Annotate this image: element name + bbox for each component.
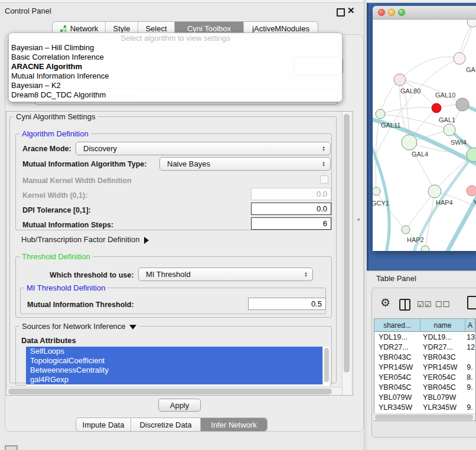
network-node[interactable]: [432, 103, 441, 113]
network-node[interactable]: [373, 187, 380, 195]
which-threshold-value: MI Threshold: [139, 270, 304, 279]
network-node[interactable]: [454, 53, 465, 64]
dpi-tolerance-label: DPI Tolerance [0,1]:: [22, 206, 91, 214]
data-attribute-item[interactable]: TopologicalCoefficient: [26, 356, 322, 366]
network-node[interactable]: [421, 246, 429, 251]
network-node[interactable]: [428, 185, 441, 198]
settings-horizontal-scrollbar-thumb[interactable]: [8, 389, 332, 394]
node-table: shared... name A YDL19...YDL19...13YDR27…: [374, 318, 476, 421]
table-row[interactable]: YBR045CYBR045C9.: [374, 382, 475, 392]
settings-vertical-scrollbar[interactable]: [342, 112, 351, 395]
tab-infer-network-label: Infer Network: [211, 420, 256, 429]
hub-definition-label: Hub/Transcription Factor Definition: [21, 235, 139, 244]
table-cell: YPR145W: [420, 363, 464, 371]
threshold-definition-title: Threshold Definition: [19, 252, 93, 261]
network-node[interactable]: [394, 74, 406, 86]
hub-definition-toggle[interactable]: Hub/Transcription Factor Definition: [21, 235, 149, 244]
collapse-down-icon[interactable]: [129, 325, 136, 330]
algorithm-popup-item[interactable]: Bayesian – K2: [9, 81, 342, 90]
cyni-algorithm-settings-title: Cyni Algorithm Settings: [14, 112, 97, 121]
network-node[interactable]: [376, 109, 385, 119]
tab-jactivemnodules-label: jActiveMNodules: [252, 24, 309, 33]
table-cell: YDL19...: [420, 333, 464, 341]
mi-threshold-field[interactable]: [248, 298, 326, 310]
mi-algorithm-type-label: Mutual Information Algorithm Type:: [22, 160, 146, 168]
network-view-window[interactable]: GALGAL80GAL10GAL1GAL11SWI4GAL4GCY1HAP4YH…: [373, 6, 476, 251]
table-horizontal-scrollbar-thumb[interactable]: [375, 415, 473, 420]
aracne-mode-combo[interactable]: Discovery ▲▼: [76, 142, 331, 155]
network-node[interactable]: [467, 19, 476, 27]
data-attribute-item[interactable]: gal4RGexp: [26, 375, 322, 384]
close-panel-icon[interactable]: ✕: [347, 5, 355, 16]
table-cell: YDR27...: [374, 343, 420, 351]
tab-infer-network[interactable]: Infer Network: [201, 418, 267, 431]
table-panel-title: Table Panel: [376, 274, 416, 283]
tab-style-label: Style: [113, 24, 131, 33]
table-horizontal-scrollbar[interactable]: [374, 413, 475, 420]
zoom-window-icon[interactable]: [398, 9, 405, 16]
import-table-icon[interactable]: [467, 296, 476, 309]
algorithm-popup-item[interactable]: Basic Correlation Inference: [9, 53, 342, 62]
close-window-icon[interactable]: [378, 9, 385, 16]
dpi-tolerance-field[interactable]: [251, 203, 331, 215]
table-row[interactable]: YLR345WYLR345W9.: [374, 402, 475, 412]
tab-impute-data[interactable]: Impute Data: [76, 418, 131, 431]
sources-title-text: Sources for Network Inference: [22, 322, 126, 331]
settings-horizontal-scrollbar[interactable]: [6, 387, 341, 395]
data-attributes-list[interactable]: SelfLoopsTopologicalCoefficientBetweenne…: [26, 347, 322, 386]
table-cell: YPR145W: [374, 363, 420, 371]
table-row[interactable]: YDR27...YDR27...12: [374, 342, 475, 352]
which-threshold-combo[interactable]: MI Threshold ▲▼: [138, 268, 313, 281]
table-cell: YBR043C: [420, 353, 464, 361]
network-node-label: GAL1: [439, 116, 455, 123]
network-node[interactable]: [402, 135, 417, 150]
network-node-label: HAP4: [436, 199, 453, 206]
data-attribute-item[interactable]: SelfLoops: [26, 347, 322, 356]
minimized-panel-icon[interactable]: [5, 445, 18, 450]
column-header-partial[interactable]: A: [465, 319, 475, 331]
application-window: Control Panel ✕ Network Style Select Cyn…: [0, 0, 476, 450]
table-cell: 12: [464, 343, 475, 351]
mi-algorithm-type-combo[interactable]: Naive Bayes ▲▼: [159, 157, 331, 171]
algorithm-popup-item[interactable]: Dream8 DC_TDC Algorithm: [9, 90, 342, 100]
aracne-mode-label: Aracne Mode:: [22, 145, 71, 153]
node-table-header: shared... name A: [374, 319, 475, 332]
tab-discretize-data[interactable]: Discretize Data: [131, 418, 201, 431]
table-row[interactable]: YDL19...YDL19...13: [374, 332, 475, 342]
column-split-icon[interactable]: [399, 299, 410, 311]
apply-button[interactable]: Apply: [158, 399, 201, 412]
algorithm-popup-item[interactable]: Mutual Information Inference: [9, 71, 342, 81]
float-panel-icon[interactable]: [337, 8, 345, 17]
stepper-icon: ▲▼: [322, 161, 325, 167]
table-row[interactable]: YBL079WYBL079W: [374, 392, 475, 402]
network-window-titlebar[interactable]: [373, 6, 476, 19]
algorithm-popup-item[interactable]: ARACNE Algorithm: [9, 62, 342, 71]
table-row[interactable]: YER054CYER054C8.: [374, 372, 475, 382]
algorithm-popup-item[interactable]: Bayesian – Hill Climbing: [9, 43, 342, 53]
network-node[interactable]: [444, 124, 455, 136]
manual-kernel-checkbox[interactable]: [320, 175, 328, 184]
attributes-scrollbar-thumb[interactable]: [324, 348, 329, 382]
settings-vertical-scrollbar-thumb[interactable]: [344, 114, 350, 373]
network-node[interactable]: [467, 185, 476, 196]
network-node[interactable]: [456, 98, 469, 111]
table-cell: YER054C: [374, 373, 420, 381]
network-canvas[interactable]: GALGAL80GAL10GAL1GAL11SWI4GAL4GCY1HAP4YH…: [373, 19, 476, 251]
column-header-shared-name[interactable]: shared...: [374, 319, 420, 331]
table-cell: 9.: [464, 363, 475, 371]
table-row[interactable]: YBR043CYBR043C: [374, 352, 475, 362]
table-cell: YBR045C: [374, 383, 420, 392]
deselect-all-icon[interactable]: ☐☐: [435, 300, 450, 309]
table-cell: YLR345W: [420, 403, 464, 412]
attributes-scrollbar[interactable]: [322, 347, 330, 386]
column-header-name[interactable]: name: [420, 319, 465, 331]
data-attribute-item[interactable]: BetweennessCentrality: [26, 366, 322, 375]
table-row[interactable]: YPR145WYPR145W9.: [374, 362, 475, 372]
minimize-window-icon[interactable]: [388, 9, 395, 16]
mi-steps-field[interactable]: [251, 217, 331, 230]
select-all-icon[interactable]: ☑☑: [417, 300, 432, 309]
kernel-width-field[interactable]: [251, 188, 331, 200]
gear-icon[interactable]: ⚙: [380, 296, 390, 309]
network-node[interactable]: [402, 226, 410, 234]
divider-collapse-icon[interactable]: ◂: [357, 216, 360, 222]
